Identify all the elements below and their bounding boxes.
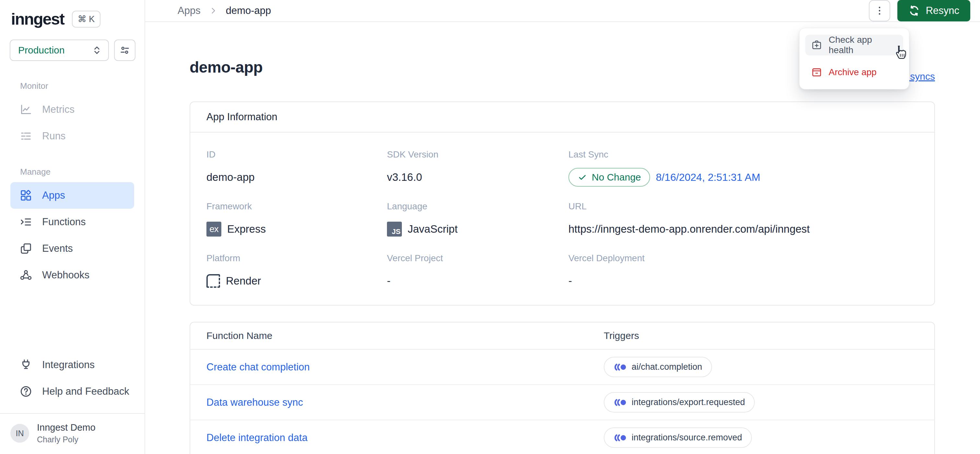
sidebar-item-apps[interactable]: Apps (10, 182, 134, 209)
sidebar-item-runs[interactable]: Runs (10, 123, 134, 150)
table-row: Delete integration data integrations/sou… (190, 420, 934, 454)
chart-icon (19, 102, 33, 117)
user-name: Charly Poly (37, 435, 95, 444)
runs-list-icon (19, 129, 33, 143)
events-icon (19, 241, 33, 256)
render-icon (207, 274, 220, 288)
app-actions-menu: Check app health Archive app (799, 28, 909, 89)
sidebar: inngest ⌘ K Production Monitor Metrics (0, 0, 145, 454)
javascript-icon: JS (387, 221, 402, 237)
sidebar-item-label: Integrations (42, 359, 95, 371)
function-link[interactable]: Data warehouse sync (207, 397, 604, 408)
archive-icon (811, 67, 822, 78)
plug-icon (19, 358, 33, 372)
sidebar-item-label: Runs (42, 130, 65, 142)
main-area: Apps demo-app Resync (145, 0, 980, 454)
breadcrumb-current: demo-app (226, 5, 271, 16)
command-k-shortcut[interactable]: ⌘ K (72, 11, 101, 27)
app-root: inngest ⌘ K Production Monitor Metrics (0, 0, 980, 454)
page-title: demo-app (189, 58, 262, 76)
event-trigger-icon (614, 363, 627, 372)
sliders-icon (119, 45, 130, 56)
field-platform: Platform Render (207, 253, 387, 291)
functions-icon (19, 215, 33, 229)
function-link[interactable]: Delete integration data (207, 432, 604, 444)
resync-button[interactable]: Resync (897, 0, 970, 21)
chevron-right-icon (209, 6, 218, 15)
environment-label: Production (18, 45, 65, 56)
table-row: Create chat completion ai/chat.completio… (190, 350, 934, 385)
help-circle-icon (19, 384, 33, 398)
menu-item-archive-app[interactable]: Archive app (805, 62, 903, 83)
express-icon: ex (207, 221, 221, 237)
functions-table-header: Function Name Triggers (190, 322, 934, 350)
sidebar-item-label: Functions (42, 216, 86, 228)
sidebar-item-label: Webhooks (42, 269, 89, 281)
kebab-icon (874, 5, 885, 16)
functions-table-card: Function Name Triggers Create chat compl… (189, 322, 935, 454)
column-function-name: Function Name (207, 330, 604, 341)
sidebar-item-label: Help and Feedback (42, 386, 129, 397)
sidebar-item-metrics[interactable]: Metrics (10, 96, 134, 123)
inngest-logo: inngest (11, 10, 64, 29)
field-sdk-version: SDK Version v3.16.0 (387, 150, 568, 187)
column-triggers: Triggers (604, 330, 918, 341)
last-sync-time-link[interactable]: 8/16/2024, 2:51:31 AM (656, 171, 760, 183)
field-framework: Framework ex Express (207, 201, 387, 239)
check-icon (578, 172, 587, 182)
breadcrumb: Apps demo-app (178, 5, 271, 16)
field-language: Language JS JavaScript (387, 201, 568, 239)
sidebar-section-monitor: Monitor (20, 81, 145, 91)
sidebar-item-label: Metrics (42, 104, 75, 115)
sidebar-item-help[interactable]: Help and Feedback (10, 378, 134, 405)
refresh-icon (908, 5, 920, 16)
sidebar-item-events[interactable]: Events (10, 235, 134, 262)
sidebar-item-functions[interactable]: Functions (10, 209, 134, 235)
breadcrumb-apps[interactable]: Apps (178, 5, 200, 16)
field-last-sync: Last Sync No Change 8/16/2024, 2:51:31 A… (568, 150, 918, 187)
field-vercel-deployment: Vercel Deployment - (568, 253, 918, 291)
user-menu[interactable]: IN Inngest Demo Charly Poly (0, 414, 145, 454)
app-actions-menu-button[interactable] (869, 0, 890, 21)
app-information-title: App Information (190, 102, 934, 132)
resync-label: Resync (926, 5, 959, 16)
event-trigger-icon (614, 398, 627, 407)
app-information-card: App Information ID demo-app SDK Version … (189, 102, 935, 306)
webhook-icon (19, 268, 33, 282)
user-org: Inngest Demo (37, 422, 95, 433)
sidebar-item-label: Apps (42, 190, 65, 201)
trigger-badge: integrations/source.removed (604, 427, 752, 448)
trigger-badge: ai/chat.completion (604, 357, 712, 377)
sidebar-section-manage: Manage (20, 167, 145, 177)
event-trigger-icon (614, 433, 627, 442)
menu-item-check-app-health[interactable]: Check app health (805, 35, 903, 56)
sidebar-item-integrations[interactable]: Integrations (10, 352, 134, 378)
chevron-updown-icon (91, 45, 102, 56)
avatar: IN (10, 424, 29, 443)
topbar: Apps demo-app Resync (145, 0, 980, 22)
function-link[interactable]: Create chat completion (207, 361, 604, 373)
environment-selector[interactable]: Production (10, 40, 109, 61)
field-vercel-project: Vercel Project - (387, 253, 568, 291)
table-row: Data warehouse sync integrations/export.… (190, 385, 934, 420)
first-aid-kit-icon (811, 40, 822, 51)
sidebar-item-webhooks[interactable]: Webhooks (10, 262, 134, 288)
environment-filter-button[interactable] (114, 40, 135, 61)
field-url: URL https://inngest-demo-app.onrender.co… (568, 201, 918, 239)
field-id: ID demo-app (207, 150, 387, 187)
sidebar-item-label: Events (42, 243, 73, 254)
no-change-badge: No Change (568, 168, 650, 186)
trigger-badge: integrations/export.requested (604, 392, 755, 413)
apps-grid-icon (19, 188, 33, 202)
